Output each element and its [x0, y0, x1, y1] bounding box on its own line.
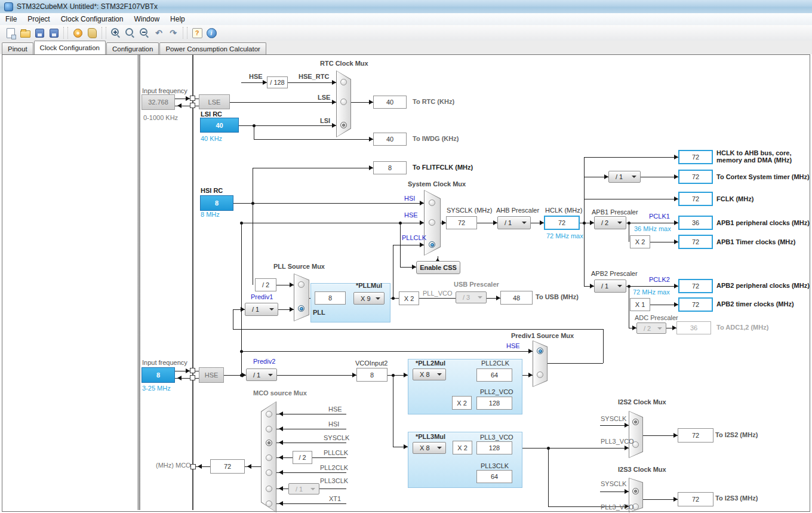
cortex-timer-box[interactable]: 72: [678, 170, 713, 184]
redo-button[interactable]: ↷: [166, 26, 180, 39]
pll3mul-dropdown[interactable]: X 8: [413, 442, 446, 454]
menu-window[interactable]: Window: [128, 14, 165, 24]
arrowhead-icon: [276, 470, 283, 475]
wire: [276, 472, 346, 473]
i2s2-freq-box[interactable]: 72: [678, 428, 713, 443]
i2s2-mux-sysclk-radio[interactable]: [632, 419, 639, 425]
hse-box[interactable]: HSE: [199, 367, 224, 383]
rtc-freq-box[interactable]: 40: [373, 96, 407, 109]
wire: [230, 102, 336, 103]
mco-mux-pll2clk-radio[interactable]: [266, 469, 272, 476]
lsi-freq-box[interactable]: 40: [200, 118, 239, 133]
mco-mux-pll3clk-radio[interactable]: [266, 486, 272, 492]
hsi-freq-box[interactable]: 8: [200, 195, 233, 211]
tab-pinout[interactable]: Pinout: [2, 42, 33, 54]
wire: [393, 245, 393, 298]
pll2mul-dropdown[interactable]: X 8: [413, 368, 446, 380]
usb-prescaler-dropdown[interactable]: / 3: [456, 291, 487, 303]
tab-bar: Pinout Clock Configuration Configuration…: [0, 41, 812, 54]
mco-mux-pllclk-radio[interactable]: [266, 454, 272, 461]
generate-code-button[interactable]: [70, 26, 85, 39]
arrowhead-icon: [276, 501, 283, 506]
new-file-button[interactable]: [4, 26, 18, 39]
hclk-ahb-out-box[interactable]: 72: [678, 150, 713, 164]
ahb-prescaler-dropdown[interactable]: / 1: [497, 216, 531, 229]
hclk-freq-box[interactable]: 72: [544, 216, 580, 230]
about-button[interactable]: i: [204, 26, 219, 39]
prediv1mux-hse-radio[interactable]: [537, 348, 543, 354]
hse-rtc-label: HSE_RTC: [299, 73, 329, 80]
menu-help[interactable]: Help: [165, 14, 190, 24]
mco-mux-hse-radio[interactable]: [266, 411, 272, 417]
menu-project[interactable]: Project: [22, 14, 55, 24]
menu-clock-configuration[interactable]: Clock Configuration: [56, 14, 129, 24]
prediv1-source-mux: [533, 340, 548, 387]
prediv1-dropdown[interactable]: / 1: [245, 303, 278, 316]
fclk-box[interactable]: 72: [678, 192, 713, 206]
mco-freq-box[interactable]: 72: [210, 459, 245, 474]
vcoinput2-box[interactable]: 8: [356, 368, 387, 382]
sysclk-freq-box[interactable]: 72: [446, 216, 477, 229]
pll-input-box[interactable]: 8: [315, 291, 346, 305]
cortex-prescaler-dropdown[interactable]: / 1: [608, 171, 641, 183]
apb2-timer-box[interactable]: 72: [678, 297, 713, 312]
apb1-timer-box[interactable]: 72: [678, 235, 713, 249]
i2s3-freq-box[interactable]: 72: [678, 492, 713, 506]
wire: [253, 168, 373, 168]
i2s3-pll3vco-label: PLL3_VCO: [601, 503, 634, 511]
mco-mux-xt1-radio[interactable]: [266, 500, 272, 507]
apb1-peripheral-box[interactable]: 36: [678, 216, 713, 230]
menu-file[interactable]: File: [0, 14, 22, 24]
iwdg-freq-box[interactable]: 40: [373, 133, 407, 146]
adc-prescaler-dropdown[interactable]: / 2: [636, 322, 666, 334]
apb2-prescaler-dropdown[interactable]: / 1: [594, 279, 626, 293]
mco-mux-hsi-radio[interactable]: [266, 426, 272, 432]
wire: [277, 375, 356, 376]
system-clock-mux: [424, 190, 441, 256]
mco-pll3clk-divider-dropdown[interactable]: / 1: [288, 483, 319, 494]
lse-input-frequency-field[interactable]: 32.768: [142, 94, 175, 110]
rtc-lse-label: LSE: [318, 94, 330, 101]
panel-divider[interactable]: [137, 55, 140, 510]
rtc-mux-hse-radio[interactable]: [340, 79, 347, 85]
flitf-freq-box[interactable]: 8: [373, 161, 407, 174]
rtc-mux-lsi-radio[interactable]: [340, 122, 347, 128]
i2s2-pll3vco-label: PLL3_VCO: [601, 438, 634, 445]
pllmux-hsi-radio[interactable]: [298, 281, 304, 288]
i2s3-mux-sysclk-radio[interactable]: [632, 488, 639, 494]
mco-mux-sysclk-radio[interactable]: [266, 440, 272, 446]
hse-input-frequency-field[interactable]: 8: [142, 367, 175, 383]
lse-box[interactable]: LSE: [199, 94, 230, 109]
arrowhead-icon: [276, 426, 283, 431]
pllmul-dropdown[interactable]: X 9: [353, 292, 385, 305]
save-button[interactable]: [32, 26, 47, 39]
zoom-in-button[interactable]: [109, 26, 123, 39]
help-button[interactable]: ?: [190, 26, 204, 39]
pll2clk-label: PLL2CLK: [481, 360, 509, 367]
pll3clk-box: 64: [476, 470, 512, 483]
hse-input-frequency-label: Input frequency: [142, 359, 187, 366]
prediv1mux-pll2clk-radio[interactable]: [537, 371, 543, 378]
stm32cubemx-window: { "window": { "title": "STM32CubeMX Unti…: [0, 0, 812, 513]
undo-button[interactable]: ↶: [152, 26, 166, 39]
rtc-hse-divider-box[interactable]: / 128: [267, 76, 288, 88]
tab-power-consumption-calculator[interactable]: Power Consumption Calculator: [159, 42, 266, 54]
tab-configuration[interactable]: Configuration: [106, 42, 159, 54]
junction-dot: [240, 350, 243, 353]
prediv2-dropdown[interactable]: / 1: [246, 368, 277, 381]
enable-css-button[interactable]: Enable CSS: [416, 261, 460, 274]
pll-block-title: PLL: [313, 309, 325, 316]
zoom-out-button[interactable]: [137, 26, 152, 39]
open-button[interactable]: [18, 26, 32, 39]
save-all-button[interactable]: [47, 26, 61, 39]
apb2-peripheral-box[interactable]: 72: [678, 279, 713, 293]
pllmux-hse-radio[interactable]: [298, 305, 304, 312]
script-button[interactable]: [85, 26, 99, 39]
sysmux-pllclk-radio[interactable]: [429, 241, 435, 248]
rtc-mux-lse-radio[interactable]: [340, 99, 347, 105]
sysmux-hsi-radio[interactable]: [429, 199, 435, 206]
apb1-prescaler-dropdown[interactable]: / 2: [594, 216, 626, 229]
tab-clock-configuration[interactable]: Clock Configuration: [34, 41, 106, 54]
sysmux-hse-radio[interactable]: [429, 219, 435, 226]
zoom-fit-button[interactable]: [123, 26, 137, 39]
